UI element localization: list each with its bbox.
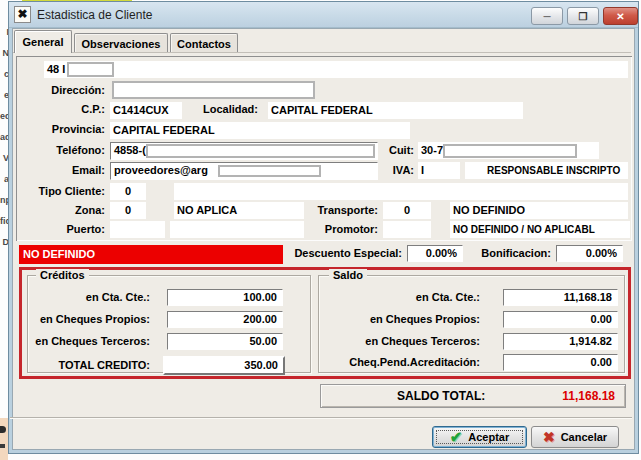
minimize-button[interactable]: ─: [531, 7, 563, 25]
provincia-field[interactable]: CAPITAL FEDERAL: [110, 122, 410, 139]
tipo-cliente-label: Tipo Cliente:: [14, 185, 105, 197]
zona-field[interactable]: 0: [110, 202, 146, 219]
cp-field[interactable]: C1414CUX: [110, 102, 182, 119]
total-credito-label: TOTAL CREDITO:: [30, 359, 150, 371]
saldo-cheques-terceros-field[interactable]: 1,914.82: [503, 333, 618, 350]
creditos-cta-cte-label: en Cta. Cte.:: [22, 291, 150, 303]
redacted-telefono: [146, 144, 375, 158]
app-icon: ✖: [14, 6, 31, 23]
email-label: Email:: [20, 164, 105, 176]
saldo-cheques-propios-field[interactable]: 0.00: [503, 311, 618, 328]
localidad-label: Localidad:: [198, 103, 258, 115]
descuento-field[interactable]: 0.00%: [407, 245, 463, 262]
transporte-label: Transporte:: [300, 204, 378, 216]
saldo-cheq-pend-field[interactable]: 0.00: [503, 354, 618, 371]
tab-page-border: [13, 52, 631, 53]
zona-label: Zona:: [20, 204, 105, 216]
maximize-button[interactable]: ❐: [567, 7, 599, 25]
direccion-label: Dirección:: [20, 84, 105, 96]
telefono-label: Teléfono:: [20, 144, 105, 156]
creditos-cheques-terceros-label: en Cheques Terceros:: [22, 335, 150, 347]
cancelar-label: Cancelar: [561, 431, 607, 443]
creditos-cheques-terceros-field[interactable]: 50.00: [167, 333, 283, 350]
descuento-label: Descuento Especial:: [288, 247, 402, 259]
saldo-cheques-terceros-label: en Cheques Terceros:: [300, 335, 480, 347]
saldo-title: Saldo: [329, 269, 367, 281]
bonificacion-field[interactable]: 0.00%: [556, 245, 623, 262]
creditos-cta-cte-field[interactable]: 100.00: [167, 289, 283, 306]
saldo-total-bar: SALDO TOTAL: 11,168.18: [320, 384, 626, 408]
redacted-email: [218, 165, 321, 177]
tab-general[interactable]: General: [14, 30, 72, 53]
saldo-cheques-propios-label: en Cheques Propios:: [300, 313, 480, 325]
iva-code-field[interactable]: I: [418, 162, 460, 179]
tipo-cliente-desc-field: [174, 183, 628, 200]
status-banner: NO DEFINIDO: [19, 245, 283, 264]
creditos-title: Créditos: [36, 269, 89, 281]
total-credito-field: 350.00: [163, 356, 285, 375]
redacted-direccion-field[interactable]: [112, 81, 315, 99]
promotor-label: Promotor:: [300, 223, 378, 235]
bonificacion-label: Bonificacion:: [465, 247, 551, 259]
puerto-label: Puerto:: [20, 223, 105, 235]
background-window-corner: [0, 418, 8, 460]
creditos-cheques-propios-label: en Cheques Propios:: [22, 313, 150, 325]
redacted-client-name: [67, 62, 114, 77]
maximize-icon: ❐: [579, 11, 588, 22]
provincia-label: Provincia:: [20, 123, 105, 135]
saldo-cta-cte-label: en Cta. Cte.:: [300, 291, 480, 303]
tab-observaciones[interactable]: Observaciones: [74, 33, 168, 53]
localidad-field[interactable]: CAPITAL FEDERAL: [268, 102, 523, 119]
transporte-desc-field: NO DEFINIDO: [450, 202, 628, 219]
puerto-desc-field: [170, 221, 304, 238]
puerto-field[interactable]: [110, 221, 165, 238]
client-code-field[interactable]: 48 I: [44, 61, 628, 78]
window-title: Estadistica de Cliente: [37, 8, 152, 22]
saldo-cta-cte-field[interactable]: 11,168.18: [503, 289, 618, 306]
tab-contactos[interactable]: Contactos: [170, 33, 238, 53]
cuit-label: Cuit:: [370, 144, 414, 156]
aceptar-button[interactable]: ✔ Aceptar: [432, 426, 527, 448]
transporte-field[interactable]: 0: [383, 202, 431, 219]
iva-desc-field: RESPONSABLE INSCRIPTO: [465, 162, 628, 179]
cancelar-button[interactable]: ✖ Cancelar: [531, 426, 619, 448]
saldo-total-value: 11,168.18: [562, 389, 615, 403]
close-icon: ✕: [616, 11, 624, 22]
promotor-desc-field: NO DEFINIDO / NO APLICABL: [450, 221, 630, 238]
close-button[interactable]: ✕: [603, 7, 638, 25]
minimize-icon: ─: [543, 11, 550, 22]
iva-label: IVA:: [370, 164, 414, 176]
saldo-total-label: SALDO TOTAL:: [397, 389, 485, 403]
tipo-cliente-field[interactable]: 0: [110, 183, 146, 200]
aceptar-label: Aceptar: [468, 431, 509, 443]
saldo-cheq-pend-label: Cheq.Pend.Acreditación:: [300, 356, 480, 368]
check-icon: ✔: [450, 428, 463, 446]
zona-desc-field: NO APLICA: [174, 202, 304, 219]
cross-icon: ✖: [543, 429, 555, 445]
creditos-cheques-propios-field[interactable]: 200.00: [167, 311, 283, 328]
redacted-cuit: [443, 144, 577, 158]
button-separator: [10, 417, 632, 419]
promotor-field[interactable]: [383, 221, 431, 238]
screen: I N c e ed ad V a np fid D ✖ Estadistica…: [0, 0, 641, 460]
cp-label: C.P.:: [20, 103, 105, 115]
